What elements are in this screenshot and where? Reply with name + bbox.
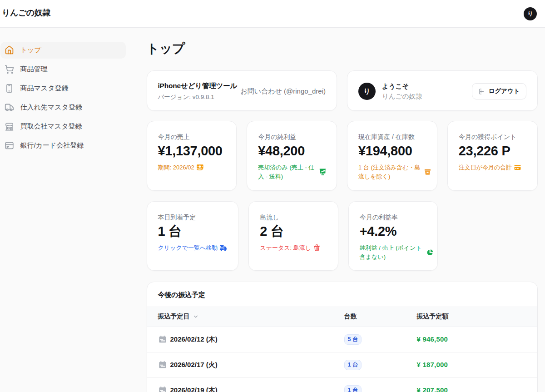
app-card-title: iPhoneせどり管理ツール: [158, 81, 238, 91]
stat-value: 2 台: [260, 223, 327, 239]
calendar-icon: [158, 335, 167, 344]
logout-button[interactable]: ログアウト: [472, 83, 526, 99]
transfer-amount: ¥ 946,500: [417, 335, 448, 343]
chart-board-icon: [319, 168, 327, 176]
sidebar: トップ 商品管理 商品マスタ登録 仕入れ先マスタ登録 買取会社マスタ登録 銀行/…: [0, 28, 126, 156]
amount-cell: ¥ 946,500: [417, 327, 537, 352]
stat-card-inventory: 現在庫資産 / 在庫数 ¥194,800 1 台 (注文済み含む・島流しを除く): [347, 121, 437, 191]
table-row[interactable]: 2026/02/17 (火) 1 台 ¥ 187,000: [147, 352, 537, 377]
stat-value: ¥194,800: [358, 143, 426, 159]
user-avatar: り: [358, 83, 376, 100]
banknote-icon: [196, 164, 204, 171]
truck-icon: [5, 103, 14, 112]
column-label: 台数: [344, 313, 357, 320]
units-cell: 1 台: [344, 377, 417, 392]
sidebar-item-label: 銀行/カード会社登録: [20, 141, 84, 150]
units-cell: 5 台: [344, 327, 417, 352]
column-label: 振込予定額: [417, 313, 449, 320]
stat-label: 現在庫資産 / 在庫数: [358, 132, 426, 141]
date-cell: 2026/02/19 (木): [147, 377, 344, 392]
stat-label: 今月の純利益: [258, 132, 326, 141]
stat-card-exiled: 島流し 2 台 ステータス: 島流し: [248, 201, 338, 271]
units-badge: 1 台: [344, 360, 362, 370]
sidebar-item-buyer-master[interactable]: 買取会社マスタ登録: [0, 118, 126, 135]
stat-subtext: 1 台 (注文済み含む・島流しを除く): [358, 163, 422, 181]
app-title: りんごの奴隷: [2, 7, 50, 18]
stat-value: +4.2%: [360, 223, 426, 239]
pie-chart-icon: [426, 248, 434, 256]
file-box-icon: [424, 168, 431, 176]
stat-label: 今月の売上: [158, 132, 226, 141]
top-header: りんごの奴隷 り: [0, 0, 545, 28]
calendar-icon: [158, 360, 167, 369]
store-icon: [5, 122, 14, 131]
transfer-table: 振込予定日 台数 振込予定額 2026/02/12 (木): [147, 307, 537, 392]
transfer-date: 2026/02/19 (木): [170, 386, 218, 392]
units-cell: 1 台: [344, 352, 417, 377]
credit-card-icon: [5, 141, 14, 150]
column-header-units: 台数: [344, 307, 417, 327]
welcome-username: りんごの奴隷: [382, 92, 472, 101]
sidebar-item-label: 商品管理: [20, 65, 48, 74]
logout-icon: [478, 88, 485, 95]
amount-cell: ¥ 207,500: [417, 377, 537, 392]
contact-text: お問い合わせ (@ringo_drei): [241, 87, 326, 96]
column-label: 振込予定日: [158, 313, 190, 321]
page-title: トップ: [147, 40, 538, 57]
calendar-icon: [158, 386, 167, 392]
stat-card-margin: 今月の利益率 +4.2% 純利益 / 売上 (ポイント含まない): [348, 201, 438, 271]
stat-subtext: ステータス: 島流し: [260, 243, 311, 253]
welcome-greeting: ようこそ: [382, 82, 472, 91]
stat-subtext: 期間: 2026/02: [158, 163, 194, 172]
table-title: 今後の振込予定: [147, 282, 537, 307]
column-header-amount: 振込予定額: [417, 307, 537, 327]
sidebar-item-label: 仕入れ先マスタ登録: [20, 103, 82, 112]
trash-icon: [313, 244, 321, 252]
table-row[interactable]: 2026/02/12 (木) 5 台 ¥ 946,500: [147, 327, 537, 352]
sidebar-item-bank-card[interactable]: 銀行/カード会社登録: [0, 137, 126, 154]
sidebar-item-top[interactable]: トップ: [0, 42, 126, 59]
credit-card-filled-icon: [514, 164, 521, 171]
stat-card-sales: 今月の売上 ¥1,137,000 期間: 2026/02: [147, 121, 237, 191]
stat-value: 23,226 P: [459, 143, 526, 159]
stat-subtext: 注文日が今月の合計: [459, 163, 512, 172]
stat-card-arrivals[interactable]: 本日到着予定 1 台 クリックで一覧へ移動: [147, 201, 239, 271]
stat-subtext: 売却済のみ (売上 - 仕入 - 送料): [258, 163, 317, 181]
header-avatar[interactable]: り: [524, 7, 537, 20]
sidebar-item-products[interactable]: 商品管理: [0, 61, 126, 78]
welcome-card: り ようこそ りんごの奴隷 ログアウト: [347, 70, 538, 111]
units-badge: 5 台: [344, 334, 362, 345]
stat-label: 今月の獲得ポイント: [459, 132, 526, 141]
sidebar-item-label: トップ: [20, 46, 41, 55]
sidebar-item-label: 商品マスタ登録: [20, 84, 69, 93]
transfer-date: 2026/02/12 (木): [170, 335, 218, 344]
sidebar-item-supplier-master[interactable]: 仕入れ先マスタ登録: [0, 99, 126, 116]
chevron-down-icon: [193, 313, 199, 320]
stat-value: ¥48,200: [258, 143, 326, 159]
stat-value: 1 台: [158, 223, 228, 239]
stat-label: 今月の利益率: [360, 213, 426, 222]
transfer-schedule-card: 今後の振込予定 振込予定日 台数 振込予定額: [147, 282, 538, 392]
logout-label: ログアウト: [488, 87, 520, 95]
house-icon: [5, 45, 14, 55]
stat-label: 島流し: [260, 213, 327, 222]
stat-label: 本日到着予定: [158, 213, 228, 222]
stat-subtext: クリックで一覧へ移動: [158, 243, 218, 253]
shopping-cart-icon: [5, 65, 14, 74]
sidebar-item-label: 買取会社マスタ登録: [20, 122, 82, 131]
smartphone-icon: [5, 84, 14, 93]
table-row[interactable]: 2026/02/19 (木) 1 台 ¥ 207,500: [147, 377, 537, 392]
stat-card-points: 今月の獲得ポイント 23,226 P 注文日が今月の合計: [447, 121, 538, 191]
main-content: トップ iPhoneせどり管理ツール バージョン: v0.9.8.1 お問い合わ…: [147, 28, 538, 392]
transfer-date: 2026/02/17 (火): [170, 361, 218, 369]
app-version: バージョン: v0.9.8.1: [158, 93, 238, 101]
stat-value: ¥1,137,000: [158, 143, 226, 159]
transfer-amount: ¥ 207,500: [417, 386, 448, 392]
app-info-card: iPhoneせどり管理ツール バージョン: v0.9.8.1 お問い合わせ (@…: [147, 70, 337, 111]
transfer-amount: ¥ 187,000: [417, 361, 448, 368]
date-cell: 2026/02/17 (火): [147, 352, 344, 377]
sidebar-item-product-master[interactable]: 商品マスタ登録: [0, 80, 126, 97]
column-header-date[interactable]: 振込予定日: [147, 307, 344, 327]
delivery-truck-icon: [219, 244, 227, 252]
amount-cell: ¥ 187,000: [417, 352, 537, 377]
